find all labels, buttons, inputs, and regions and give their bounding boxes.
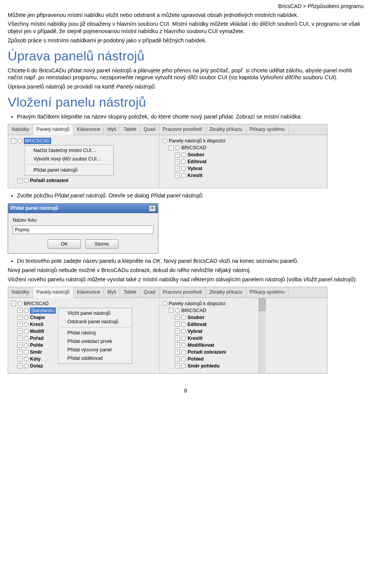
tree-item-poradi[interactable]: Pořadí zobrazení [30, 177, 68, 184]
expand-icon[interactable]: + [175, 322, 180, 327]
tab-klavesnice[interactable]: Klávesnice [73, 287, 104, 297]
radio-icon [24, 357, 28, 361]
tree-item[interactable]: Modifi [30, 328, 44, 334]
expand-icon[interactable]: − [11, 301, 16, 306]
expand-icon[interactable]: + [175, 349, 180, 354]
tab-panely-nastroju[interactable]: Panely nástrojů [33, 287, 73, 298]
tree-item[interactable]: Kreslit [188, 335, 203, 341]
expand-icon[interactable]: + [17, 315, 22, 320]
tab-nabidky[interactable]: Nabídky [8, 124, 33, 135]
tree-item[interactable]: Směr [30, 349, 42, 355]
ctx-add-tool[interactable]: Přidat nástroj [59, 329, 132, 337]
expand-icon[interactable]: − [11, 139, 16, 144]
expand-icon[interactable]: + [175, 336, 180, 341]
scrollbar[interactable] [259, 298, 266, 373]
expand-icon[interactable]: + [175, 173, 180, 178]
tree-item[interactable]: Kresli [30, 321, 43, 327]
ctx-add-flyout[interactable]: Přidat výsuvný panel [59, 346, 132, 354]
tab-pracovni-prostredi[interactable]: Pracovní prostředí [159, 124, 206, 135]
radio-icon [181, 166, 186, 171]
tab-zkratky-prikazu[interactable]: Zkratky příkazu [206, 124, 246, 135]
tab-klavesnice[interactable]: Klávesnice [73, 124, 104, 135]
tree-item[interactable]: Soubor [188, 152, 204, 158]
ctx-add-control[interactable]: Přidat ovládací prvek [59, 337, 132, 346]
tree-item[interactable]: Editovat [188, 159, 206, 165]
tab-mys[interactable]: Myš [104, 287, 120, 297]
tree-item-standardni[interactable]: Standardní [30, 307, 56, 314]
expand-icon[interactable]: + [17, 363, 22, 368]
tree-item[interactable]: Pohled [188, 356, 204, 362]
expand-icon[interactable]: + [17, 308, 22, 313]
separator [27, 164, 112, 165]
tab-pracovni-prostredi[interactable]: Pracovní prostředí [159, 287, 206, 297]
tab-prikazy-systemu[interactable]: Příkazy systému [246, 287, 289, 297]
separator [60, 327, 130, 327]
tab-panely-nastroju[interactable]: Panely nástrojů [33, 124, 73, 135]
tree-item[interactable]: Pohle [30, 342, 43, 348]
ctx-load-partial-cui[interactable]: Načíst částečný místní CUI… [25, 146, 113, 155]
expand-icon[interactable]: + [17, 329, 22, 334]
heading-uprava-panelu: Úprava panelů nástrojů [8, 48, 364, 65]
radio-icon [181, 152, 186, 157]
tree-item[interactable]: Kreslit [188, 172, 203, 179]
ctx-add-separator[interactable]: Přidat oddělovač [59, 354, 132, 362]
tree-item[interactable]: Vybrat [188, 165, 202, 172]
ctx-remove-toolbar[interactable]: Odstranit panel nástrojů [59, 317, 132, 326]
tree-item[interactable]: Vybrat [188, 328, 202, 334]
expand-icon[interactable]: + [17, 356, 22, 361]
cancel-button[interactable]: Storno [85, 239, 118, 249]
intro-p3: Způsob práce s místními nabídkami je pod… [8, 37, 364, 44]
tab-quad[interactable]: Quad [140, 287, 160, 297]
tab-nabidky[interactable]: Nabídky [8, 287, 33, 297]
ctx-create-new-cui[interactable]: Vytvořit nový dílčí soubor CUI… [25, 155, 113, 163]
expand-icon[interactable]: + [17, 349, 22, 354]
close-icon[interactable]: × [149, 205, 156, 212]
tab-prikazy-systemu[interactable]: Příkazy systému [246, 124, 289, 135]
tab-tablet[interactable]: Tablet [120, 287, 140, 297]
expand-icon[interactable]: + [17, 178, 22, 183]
ctx-add-toolbar[interactable]: Přidat panel nástrojů [25, 166, 113, 174]
expand-icon[interactable]: + [17, 336, 22, 341]
field-label-name: Název listu: [13, 217, 153, 223]
tree-item[interactable]: Kóty [30, 356, 41, 362]
tree-item[interactable]: Směr pohledu [188, 363, 219, 369]
radio-icon [181, 357, 186, 361]
right-tree-root[interactable]: BRICSCAD [181, 307, 206, 314]
tree-item[interactable]: Modifikovat [188, 342, 214, 348]
expand-icon[interactable]: + [17, 342, 22, 347]
tree-item[interactable]: Dotaz [30, 363, 43, 369]
tab-mys[interactable]: Myš [104, 124, 120, 135]
expand-icon[interactable]: + [175, 356, 180, 361]
tree-root-bricscad[interactable]: BRICSCAD [24, 301, 49, 307]
tree-item[interactable]: Pořad [30, 335, 43, 341]
expand-icon[interactable]: + [175, 159, 180, 164]
tree-item[interactable]: Pořadí zobrazení [188, 349, 226, 355]
tab-tablet[interactable]: Tablet [120, 124, 140, 135]
expand-icon[interactable]: + [175, 342, 180, 347]
ctx-insert-toolbar[interactable]: Vložit panel nástrojů [59, 309, 132, 317]
expand-icon[interactable]: + [175, 166, 180, 171]
bullet-3: Do textového pole zadejte název panelu a… [17, 257, 364, 265]
toolbar-name-input[interactable] [13, 226, 153, 234]
expand-icon[interactable]: + [175, 315, 180, 320]
expand-icon[interactable]: − [169, 145, 174, 150]
expand-icon[interactable]: + [17, 322, 22, 327]
tree-item[interactable]: Chapo [30, 314, 45, 321]
tree-item[interactable]: Soubor [188, 314, 204, 321]
tree-item[interactable]: Editovat [188, 321, 206, 327]
radio-icon [24, 178, 28, 183]
radio-icon [24, 343, 28, 347]
expand-icon[interactable]: + [175, 363, 180, 368]
tree-root-bricscad[interactable]: BRICSCAD [24, 138, 51, 144]
page-number: 8 [8, 388, 364, 394]
context-menu: Vložit panel nástrojů Odstranit panel ná… [58, 308, 132, 364]
expand-icon[interactable]: + [175, 329, 180, 334]
right-tree-root[interactable]: BRICSCAD [181, 145, 206, 151]
ok-button[interactable]: OK [48, 239, 81, 249]
expand-icon[interactable]: + [175, 152, 180, 157]
tab-quad[interactable]: Quad [140, 124, 160, 135]
radio-icon [24, 329, 28, 334]
radio-icon [163, 139, 167, 143]
tab-zkratky-prikazu[interactable]: Zkratky příkazu [206, 287, 246, 297]
expand-icon[interactable]: − [169, 308, 174, 313]
